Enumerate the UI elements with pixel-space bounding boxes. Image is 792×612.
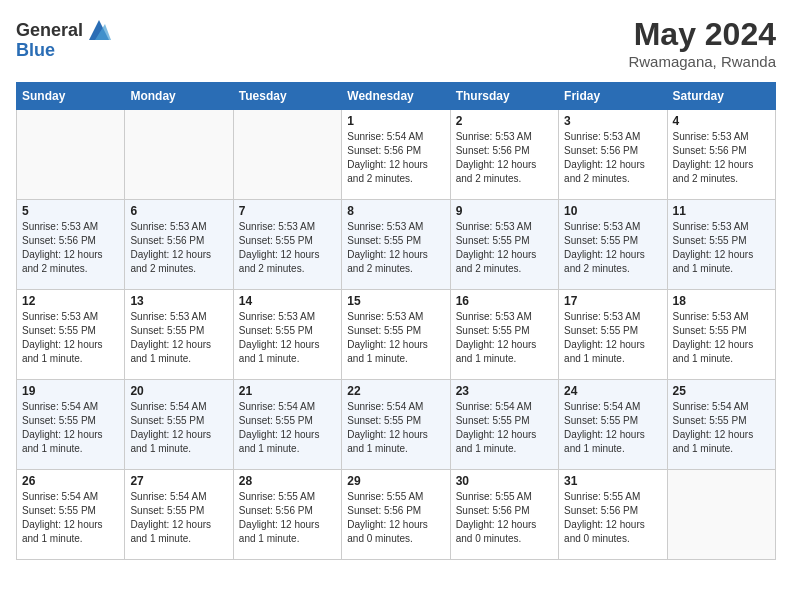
day-number: 30 (456, 474, 553, 488)
calendar-cell: 6Sunrise: 5:53 AMSunset: 5:56 PMDaylight… (125, 200, 233, 290)
day-number: 27 (130, 474, 227, 488)
day-info: Sunrise: 5:53 AMSunset: 5:56 PMDaylight:… (130, 220, 227, 276)
calendar-cell: 12Sunrise: 5:53 AMSunset: 5:55 PMDayligh… (17, 290, 125, 380)
logo-general: General (16, 20, 83, 41)
day-number: 4 (673, 114, 770, 128)
calendar-cell: 22Sunrise: 5:54 AMSunset: 5:55 PMDayligh… (342, 380, 450, 470)
calendar-cell: 14Sunrise: 5:53 AMSunset: 5:55 PMDayligh… (233, 290, 341, 380)
logo: General Blue (16, 16, 113, 61)
day-number: 25 (673, 384, 770, 398)
day-info: Sunrise: 5:54 AMSunset: 5:55 PMDaylight:… (239, 400, 336, 456)
calendar-cell: 10Sunrise: 5:53 AMSunset: 5:55 PMDayligh… (559, 200, 667, 290)
day-number: 7 (239, 204, 336, 218)
day-info: Sunrise: 5:53 AMSunset: 5:55 PMDaylight:… (673, 310, 770, 366)
logo-icon (85, 16, 113, 44)
col-friday: Friday (559, 83, 667, 110)
calendar-cell: 27Sunrise: 5:54 AMSunset: 5:55 PMDayligh… (125, 470, 233, 560)
calendar-body: 1Sunrise: 5:54 AMSunset: 5:56 PMDaylight… (17, 110, 776, 560)
calendar-cell: 1Sunrise: 5:54 AMSunset: 5:56 PMDaylight… (342, 110, 450, 200)
day-number: 16 (456, 294, 553, 308)
day-number: 29 (347, 474, 444, 488)
calendar-cell: 24Sunrise: 5:54 AMSunset: 5:55 PMDayligh… (559, 380, 667, 470)
day-info: Sunrise: 5:53 AMSunset: 5:55 PMDaylight:… (22, 310, 119, 366)
day-info: Sunrise: 5:53 AMSunset: 5:55 PMDaylight:… (239, 310, 336, 366)
calendar-cell: 4Sunrise: 5:53 AMSunset: 5:56 PMDaylight… (667, 110, 775, 200)
day-info: Sunrise: 5:54 AMSunset: 5:55 PMDaylight:… (347, 400, 444, 456)
calendar-week-row: 5Sunrise: 5:53 AMSunset: 5:56 PMDaylight… (17, 200, 776, 290)
day-info: Sunrise: 5:54 AMSunset: 5:55 PMDaylight:… (22, 400, 119, 456)
day-info: Sunrise: 5:53 AMSunset: 5:55 PMDaylight:… (239, 220, 336, 276)
col-tuesday: Tuesday (233, 83, 341, 110)
calendar-cell: 3Sunrise: 5:53 AMSunset: 5:56 PMDaylight… (559, 110, 667, 200)
day-number: 15 (347, 294, 444, 308)
col-sunday: Sunday (17, 83, 125, 110)
day-info: Sunrise: 5:53 AMSunset: 5:55 PMDaylight:… (347, 310, 444, 366)
calendar-cell: 5Sunrise: 5:53 AMSunset: 5:56 PMDaylight… (17, 200, 125, 290)
day-number: 23 (456, 384, 553, 398)
day-number: 26 (22, 474, 119, 488)
calendar-cell (17, 110, 125, 200)
header-row: Sunday Monday Tuesday Wednesday Thursday… (17, 83, 776, 110)
day-info: Sunrise: 5:53 AMSunset: 5:55 PMDaylight:… (673, 220, 770, 276)
day-info: Sunrise: 5:54 AMSunset: 5:55 PMDaylight:… (456, 400, 553, 456)
calendar-cell (233, 110, 341, 200)
day-number: 1 (347, 114, 444, 128)
calendar-cell: 11Sunrise: 5:53 AMSunset: 5:55 PMDayligh… (667, 200, 775, 290)
calendar-cell: 30Sunrise: 5:55 AMSunset: 5:56 PMDayligh… (450, 470, 558, 560)
day-info: Sunrise: 5:53 AMSunset: 5:56 PMDaylight:… (456, 130, 553, 186)
calendar-cell: 17Sunrise: 5:53 AMSunset: 5:55 PMDayligh… (559, 290, 667, 380)
day-info: Sunrise: 5:54 AMSunset: 5:55 PMDaylight:… (673, 400, 770, 456)
calendar-cell: 8Sunrise: 5:53 AMSunset: 5:55 PMDaylight… (342, 200, 450, 290)
day-number: 14 (239, 294, 336, 308)
day-number: 2 (456, 114, 553, 128)
day-number: 5 (22, 204, 119, 218)
calendar-week-row: 1Sunrise: 5:54 AMSunset: 5:56 PMDaylight… (17, 110, 776, 200)
calendar-cell: 21Sunrise: 5:54 AMSunset: 5:55 PMDayligh… (233, 380, 341, 470)
calendar-cell: 15Sunrise: 5:53 AMSunset: 5:55 PMDayligh… (342, 290, 450, 380)
calendar-cell: 19Sunrise: 5:54 AMSunset: 5:55 PMDayligh… (17, 380, 125, 470)
calendar-cell: 16Sunrise: 5:53 AMSunset: 5:55 PMDayligh… (450, 290, 558, 380)
month-year: May 2024 (628, 16, 776, 53)
calendar-week-row: 12Sunrise: 5:53 AMSunset: 5:55 PMDayligh… (17, 290, 776, 380)
calendar-cell: 7Sunrise: 5:53 AMSunset: 5:55 PMDaylight… (233, 200, 341, 290)
day-info: Sunrise: 5:55 AMSunset: 5:56 PMDaylight:… (347, 490, 444, 546)
calendar-cell: 28Sunrise: 5:55 AMSunset: 5:56 PMDayligh… (233, 470, 341, 560)
day-number: 28 (239, 474, 336, 488)
day-number: 12 (22, 294, 119, 308)
day-info: Sunrise: 5:53 AMSunset: 5:55 PMDaylight:… (564, 310, 661, 366)
day-number: 13 (130, 294, 227, 308)
day-number: 8 (347, 204, 444, 218)
col-thursday: Thursday (450, 83, 558, 110)
day-info: Sunrise: 5:53 AMSunset: 5:55 PMDaylight:… (456, 220, 553, 276)
day-number: 3 (564, 114, 661, 128)
calendar-week-row: 26Sunrise: 5:54 AMSunset: 5:55 PMDayligh… (17, 470, 776, 560)
day-info: Sunrise: 5:53 AMSunset: 5:55 PMDaylight:… (564, 220, 661, 276)
calendar-cell: 26Sunrise: 5:54 AMSunset: 5:55 PMDayligh… (17, 470, 125, 560)
col-monday: Monday (125, 83, 233, 110)
day-info: Sunrise: 5:54 AMSunset: 5:55 PMDaylight:… (130, 490, 227, 546)
page-header: General Blue May 2024 Rwamagana, Rwanda (16, 16, 776, 70)
day-number: 9 (456, 204, 553, 218)
calendar-cell: 31Sunrise: 5:55 AMSunset: 5:56 PMDayligh… (559, 470, 667, 560)
day-number: 6 (130, 204, 227, 218)
calendar-cell: 2Sunrise: 5:53 AMSunset: 5:56 PMDaylight… (450, 110, 558, 200)
col-wednesday: Wednesday (342, 83, 450, 110)
day-number: 18 (673, 294, 770, 308)
day-info: Sunrise: 5:53 AMSunset: 5:55 PMDaylight:… (456, 310, 553, 366)
calendar-cell: 9Sunrise: 5:53 AMSunset: 5:55 PMDaylight… (450, 200, 558, 290)
day-info: Sunrise: 5:53 AMSunset: 5:56 PMDaylight:… (564, 130, 661, 186)
calendar-week-row: 19Sunrise: 5:54 AMSunset: 5:55 PMDayligh… (17, 380, 776, 470)
day-number: 22 (347, 384, 444, 398)
day-info: Sunrise: 5:54 AMSunset: 5:56 PMDaylight:… (347, 130, 444, 186)
calendar-cell (125, 110, 233, 200)
day-info: Sunrise: 5:53 AMSunset: 5:56 PMDaylight:… (673, 130, 770, 186)
calendar-cell: 18Sunrise: 5:53 AMSunset: 5:55 PMDayligh… (667, 290, 775, 380)
day-number: 19 (22, 384, 119, 398)
day-info: Sunrise: 5:55 AMSunset: 5:56 PMDaylight:… (239, 490, 336, 546)
day-number: 24 (564, 384, 661, 398)
day-info: Sunrise: 5:54 AMSunset: 5:55 PMDaylight:… (130, 400, 227, 456)
calendar-cell: 23Sunrise: 5:54 AMSunset: 5:55 PMDayligh… (450, 380, 558, 470)
col-saturday: Saturday (667, 83, 775, 110)
calendar-table: Sunday Monday Tuesday Wednesday Thursday… (16, 82, 776, 560)
day-info: Sunrise: 5:53 AMSunset: 5:55 PMDaylight:… (347, 220, 444, 276)
